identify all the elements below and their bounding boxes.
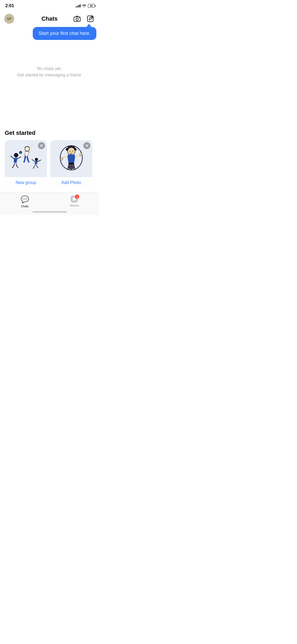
wifi-icon [82,4,86,8]
svg-point-10 [27,158,29,159]
new-group-label: New group [16,180,36,185]
tab-chats-label: Chats [21,205,29,208]
page-title: Chats [41,15,58,22]
signal-bars-icon [76,4,81,7]
home-indicator [32,211,67,213]
svg-point-2 [79,17,79,18]
compose-icon [87,16,93,22]
tooltip-bubble: Start your first chat here. [33,27,96,40]
empty-state: No chats yet. Get started by messaging a… [0,40,99,77]
new-group-dismiss[interactable] [38,142,45,149]
svg-rect-13 [20,151,21,152]
add-photo-dismiss[interactable] [83,142,90,149]
nav-bar: SF Chats [0,12,99,26]
stories-badge: 1 [75,194,79,199]
camera-button[interactable] [73,14,82,23]
battery-icon: 89 [88,4,95,8]
avatar[interactable]: SF [4,14,14,24]
svg-point-25 [70,151,70,152]
svg-point-6 [15,160,16,161]
svg-point-26 [72,151,73,152]
add-photo-label: Add Photo [62,180,81,185]
svg-point-27 [60,158,63,160]
add-photo-label-area: Add Photo [50,177,92,188]
svg-point-14 [35,158,38,161]
svg-point-16 [37,164,38,164]
svg-point-28 [80,153,82,156]
tab-stories-label: Stories [70,204,79,207]
tab-stories[interactable]: 1 Stories [66,195,82,207]
nav-icons [73,14,95,23]
get-started-section: Get started [0,130,99,192]
new-group-label-area: New group [5,177,47,188]
cards-row: New group [0,140,99,188]
svg-point-15 [35,163,36,164]
svg-point-5 [14,153,18,157]
svg-point-12 [20,152,21,153]
chat-bubble-icon: 💬 [21,195,29,204]
status-bar: 2:01 89 [0,0,99,12]
get-started-title: Get started [0,130,99,140]
tab-chats[interactable]: 💬 Chats [17,195,33,208]
tooltip-container: Start your first chat here. [0,27,99,40]
add-photo-card[interactable]: Add Photo [50,140,92,188]
svg-point-7 [16,161,17,162]
svg-point-9 [24,157,25,158]
svg-point-1 [76,18,78,21]
stories-icon-container: 1 [70,195,78,203]
empty-title: No chats yet. [37,66,62,71]
camera-icon [74,16,81,22]
status-time: 2:01 [5,3,14,8]
new-group-card[interactable]: New group [5,140,47,188]
empty-subtitle: Get started by messaging a friend. [17,73,82,77]
status-icons: 89 [76,4,95,8]
compose-button[interactable] [86,14,95,23]
